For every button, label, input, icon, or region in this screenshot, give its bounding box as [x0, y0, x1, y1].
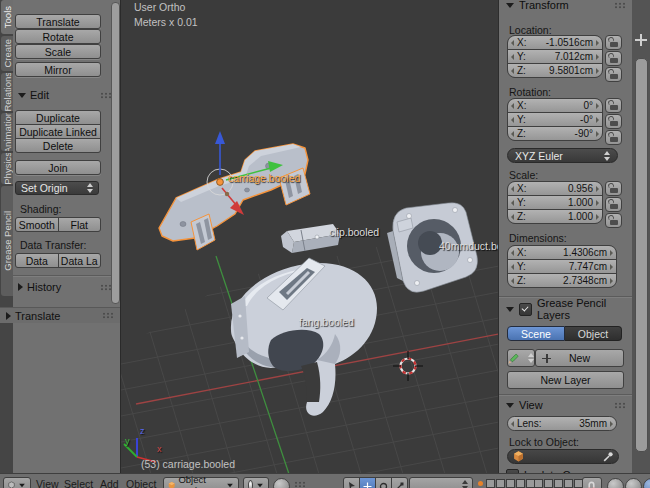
expand-region-icon[interactable]: [635, 34, 647, 46]
tab-animation[interactable]: Animation: [1, 113, 13, 151]
lock-icon[interactable]: [605, 51, 622, 66]
grease-pencil-brush-dropdown[interactable]: [507, 349, 535, 367]
editor-type-button[interactable]: [3, 477, 31, 488]
label-carriage: carriage.booled: [228, 172, 300, 184]
set-origin-dropdown[interactable]: Set Origin: [15, 181, 99, 195]
delete-button[interactable]: Delete: [16, 139, 100, 152]
panel-drag-handle-icon[interactable]: [102, 312, 114, 319]
separator: [13, 275, 120, 276]
lock-icon[interactable]: [605, 130, 622, 145]
viewport-3d[interactable]: User Ortho Meters x 0.01 carriage.booled…: [120, 0, 498, 473]
menu-select[interactable]: Select: [64, 478, 93, 488]
dimensions-y-field[interactable]: Y:7.747cm: [508, 260, 616, 273]
lock-icon[interactable]: [605, 197, 622, 212]
lock-icon[interactable]: [605, 181, 622, 196]
eyedropper-icon: [602, 451, 613, 462]
transform-panel-header[interactable]: Transform: [506, 0, 626, 11]
render-animation-button[interactable]: [625, 478, 642, 488]
data-transfer-label: Data Transfer:: [20, 239, 87, 251]
panel-drag-handle-icon[interactable]: [614, 2, 626, 9]
tab-scene[interactable]: Scene: [507, 326, 565, 341]
dropdown-arrows-icon: [87, 183, 93, 193]
view-panel-header[interactable]: View: [506, 399, 626, 411]
mirror-button[interactable]: Mirror: [15, 62, 101, 77]
layer-toggle[interactable]: [544, 479, 553, 488]
lock-icon[interactable]: [605, 213, 622, 228]
blender-window: Tools Create Relations Animation Physics…: [0, 0, 650, 488]
rotate-button[interactable]: Rotate: [15, 29, 101, 44]
history-panel-header[interactable]: History: [18, 281, 112, 293]
properties-scrollbar[interactable]: [632, 0, 650, 473]
mode-dropdown[interactable]: Object Mode: [163, 477, 239, 488]
tool-shelf-tabs: Tools Create Relations Animation Physics…: [0, 0, 13, 473]
rotation-z-field[interactable]: Z:-90°: [508, 127, 602, 140]
dimensions-x-field[interactable]: X:1.4306cm: [508, 246, 616, 259]
tab-physics[interactable]: Physics: [1, 153, 13, 184]
scale-x-field[interactable]: X:0.956: [508, 182, 602, 195]
tab-grease-pencil[interactable]: Grease Pencil: [1, 186, 13, 296]
rotation-mode-dropdown[interactable]: XYZ Euler: [507, 148, 618, 163]
operator-panel-header[interactable]: Translate: [0, 307, 120, 323]
lens-field[interactable]: Lens:35mm: [508, 417, 616, 430]
scale-y-field[interactable]: Y:1.000: [508, 196, 602, 209]
lock-icon[interactable]: [605, 98, 622, 113]
lock-icon[interactable]: [605, 114, 622, 129]
translate-button[interactable]: Translate: [15, 14, 101, 29]
manipulator-pointer-icon[interactable]: [344, 478, 359, 488]
layer-toggle[interactable]: [506, 479, 515, 488]
lock-to-object-label: Lock to Object:: [509, 436, 579, 448]
rotation-x-field[interactable]: X:0°: [508, 99, 602, 112]
tool-shelf-scrollbar[interactable]: [111, 2, 120, 304]
layer-toggle[interactable]: [486, 479, 495, 488]
layer-toggle[interactable]: [534, 479, 543, 488]
snap-magnet-button[interactable]: [582, 477, 602, 488]
grease-pencil-checkbox[interactable]: [519, 303, 532, 316]
scale-z-field[interactable]: Z:1.000: [508, 210, 602, 223]
layer-toggle[interactable]: [564, 479, 573, 488]
join-button[interactable]: Join: [15, 160, 101, 175]
plus-icon: [542, 354, 551, 363]
duplicate-linked-button[interactable]: Duplicate Linked: [16, 125, 100, 138]
manipulator-rotate-icon[interactable]: [376, 478, 391, 488]
flat-button[interactable]: Flat: [59, 218, 101, 231]
dimensions-z-field[interactable]: Z:2.7348cm: [508, 274, 616, 287]
model-fang[interactable]: [231, 258, 377, 416]
location-x-field[interactable]: X:-1.0516cm: [508, 36, 602, 49]
panel-drag-handle-icon[interactable]: [614, 402, 626, 409]
rotation-y-field[interactable]: Y:-0°: [508, 113, 602, 126]
data-layer-button[interactable]: Data La: [59, 254, 101, 267]
render-preview-button[interactable]: [643, 478, 650, 488]
menu-add[interactable]: Add: [100, 478, 119, 488]
tab-relations[interactable]: Relations: [1, 73, 13, 111]
scale-button[interactable]: Scale: [15, 44, 101, 59]
cursor-3d[interactable]: [393, 351, 423, 381]
new-layer-button[interactable]: New Layer: [507, 371, 624, 389]
pivot-center-icon[interactable]: [273, 478, 290, 488]
lock-to-object-field[interactable]: [507, 449, 619, 464]
layer-toggle[interactable]: [496, 479, 505, 488]
data-button[interactable]: Data: [16, 254, 58, 267]
lock-icon[interactable]: [605, 67, 622, 82]
viewport-shading-dropdown[interactable]: [243, 477, 269, 488]
layer-toggle[interactable]: [516, 479, 525, 488]
edit-panel-header[interactable]: Edit: [18, 89, 112, 101]
manipulator-translate-icon[interactable]: [360, 478, 375, 488]
units-label: Meters x 0.01: [134, 16, 198, 28]
scrollbar-thumb[interactable]: [635, 58, 648, 452]
location-z-field[interactable]: Z:9.5801cm: [508, 64, 602, 77]
tab-object[interactable]: Object: [565, 326, 622, 341]
manipulator-scale-icon[interactable]: [392, 478, 407, 488]
lock-icon[interactable]: [605, 35, 622, 50]
tab-create[interactable]: Create: [1, 36, 13, 71]
render-opengl-button[interactable]: [607, 478, 624, 488]
grease-pencil-new-button[interactable]: New: [535, 349, 624, 367]
duplicate-button[interactable]: Duplicate: [16, 111, 100, 124]
layer-toggle[interactable]: [554, 479, 563, 488]
grease-pencil-panel-header[interactable]: Grease Pencil Layers: [506, 303, 626, 315]
smooth-button[interactable]: Smooth: [16, 218, 58, 231]
menu-object[interactable]: Object: [126, 478, 156, 488]
tab-tools[interactable]: Tools: [1, 0, 13, 34]
menu-view[interactable]: View: [36, 478, 59, 488]
orientation-dropdown[interactable]: [409, 477, 473, 488]
location-y-field[interactable]: Y:7.012cm: [508, 50, 602, 63]
